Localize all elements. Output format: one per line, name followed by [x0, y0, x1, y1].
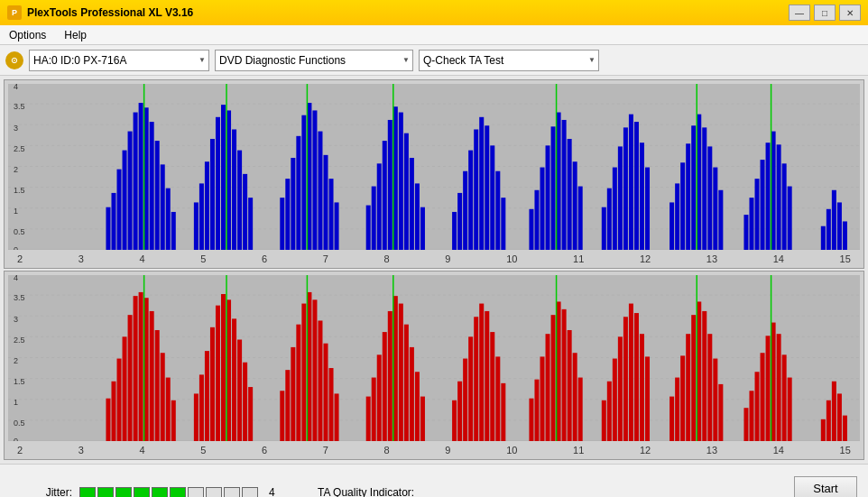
svg-rect-81	[546, 145, 550, 250]
svg-rect-76	[495, 171, 500, 250]
svg-rect-222	[669, 397, 674, 441]
svg-rect-175	[318, 320, 322, 441]
chart-top-xaxis: 2 3 4 5 6 7 8 9 10 11 12 13 14 15	[8, 250, 860, 268]
svg-rect-172	[301, 304, 306, 441]
jitter-seg-9	[224, 487, 240, 497]
menu-help[interactable]: Help	[60, 27, 90, 43]
svg-rect-21	[123, 151, 127, 250]
svg-rect-96	[640, 143, 644, 250]
svg-rect-93	[623, 127, 628, 250]
svg-rect-24	[139, 103, 143, 250]
svg-rect-173	[307, 292, 311, 441]
svg-rect-206	[551, 315, 556, 441]
svg-rect-142	[106, 399, 110, 441]
svg-rect-77	[501, 198, 505, 250]
svg-rect-120	[826, 209, 831, 250]
svg-rect-180	[366, 397, 371, 441]
svg-rect-112	[761, 160, 765, 250]
svg-rect-174	[312, 299, 317, 441]
svg-rect-164	[237, 339, 242, 441]
drive-select-wrapper: HA:0 ID:0 PX-716A ▼	[29, 50, 209, 71]
svg-rect-215	[613, 359, 617, 441]
svg-rect-154	[171, 400, 176, 441]
svg-text:1: 1	[14, 207, 18, 216]
drive-select[interactable]: HA:0 ID:0 PX-716A	[29, 50, 209, 71]
svg-rect-57	[372, 187, 376, 250]
start-section: Start i	[794, 476, 857, 497]
svg-text:3.5: 3.5	[14, 293, 25, 302]
test-select[interactable]: Q-Check TA Test	[419, 50, 599, 71]
function-select[interactable]: DVD Diagnostic Functions	[215, 50, 413, 71]
svg-rect-85	[568, 139, 572, 250]
svg-rect-73	[479, 117, 484, 250]
svg-rect-53	[329, 179, 334, 250]
svg-rect-199	[490, 332, 494, 441]
svg-rect-196	[474, 317, 478, 441]
svg-rect-152	[161, 353, 165, 441]
svg-rect-218	[629, 304, 633, 441]
svg-rect-219	[634, 313, 639, 441]
svg-rect-79	[534, 190, 539, 250]
svg-rect-213	[602, 400, 606, 441]
start-button[interactable]: Start	[794, 476, 857, 497]
chart-bottom-inner: 4 3.5 3 2.5 2 1.5 1 0.5 0	[8, 275, 860, 441]
svg-rect-184	[388, 311, 392, 441]
window-title: PlexTools Professional XL V3.16	[27, 6, 193, 19]
toolbar: ⊙ HA:0 ID:0 PX-716A ▼ DVD Diagnostic Fun…	[0, 45, 868, 76]
charts-area: 4 3.5 3 2.5 2 1.5 1 0.5 0	[0, 76, 868, 464]
svg-rect-169	[285, 370, 290, 441]
svg-rect-159	[210, 327, 215, 441]
svg-rect-193	[457, 382, 462, 441]
svg-rect-47	[296, 136, 300, 250]
svg-rect-150	[150, 311, 154, 441]
svg-rect-29	[166, 189, 171, 250]
svg-rect-208	[562, 309, 567, 441]
svg-rect-80	[540, 168, 544, 250]
menu-options[interactable]: Options	[5, 27, 50, 43]
svg-rect-181	[372, 378, 376, 441]
svg-rect-195	[468, 336, 473, 441]
svg-rect-63	[404, 133, 409, 250]
svg-rect-143	[111, 382, 115, 441]
svg-rect-26	[150, 122, 154, 250]
svg-rect-40	[237, 151, 242, 250]
svg-rect-244	[826, 400, 831, 441]
maximize-button[interactable]: □	[814, 5, 836, 21]
svg-rect-102	[691, 125, 696, 250]
svg-rect-163	[232, 318, 236, 441]
svg-rect-189	[415, 372, 420, 441]
svg-rect-84	[562, 120, 567, 250]
svg-rect-210	[573, 353, 577, 441]
svg-rect-192	[452, 400, 457, 441]
chart-top: 4 3.5 3 2.5 2 1.5 1 0.5 0	[4, 79, 864, 269]
chart-bottom: 4 3.5 3 2.5 2 1.5 1 0.5 0	[4, 271, 864, 460]
function-select-wrapper: DVD Diagnostic Functions ▼	[215, 50, 413, 71]
svg-rect-197	[479, 304, 484, 441]
svg-rect-176	[323, 344, 328, 441]
svg-rect-91	[613, 168, 617, 250]
svg-rect-170	[291, 347, 295, 441]
ta-quality-label: TA Quality Indicator:	[318, 486, 414, 497]
svg-rect-44	[280, 198, 284, 250]
jitter-seg-2	[97, 487, 114, 497]
svg-rect-39	[232, 129, 236, 250]
svg-rect-123	[843, 221, 847, 250]
bottom-panel: Jitter: 4 Peak Shift:	[0, 464, 868, 497]
minimize-button[interactable]: —	[789, 5, 810, 21]
svg-rect-243	[821, 419, 826, 441]
svg-rect-148	[139, 292, 143, 441]
svg-rect-188	[410, 347, 414, 441]
svg-rect-236	[761, 353, 765, 441]
svg-rect-237	[766, 336, 771, 441]
svg-rect-70	[463, 171, 467, 250]
svg-rect-146	[128, 315, 133, 441]
close-button[interactable]: ✕	[839, 5, 861, 21]
svg-rect-246	[837, 393, 842, 441]
svg-rect-51	[318, 132, 322, 250]
svg-text:0.5: 0.5	[14, 419, 25, 428]
svg-rect-211	[578, 378, 583, 441]
svg-rect-35	[210, 139, 215, 250]
svg-rect-32	[194, 202, 199, 250]
svg-rect-72	[474, 129, 478, 250]
svg-rect-216	[618, 336, 623, 441]
